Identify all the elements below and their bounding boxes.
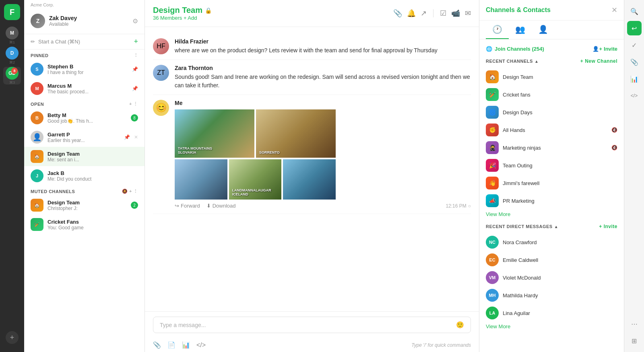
chat-preview: Me: Did you conduct (47, 176, 138, 182)
list-item[interactable]: 🏠 Design Team Me: sent an i... (24, 147, 144, 166)
image-thumbnail[interactable]: TATRA MOUNTAINSSLOVAKIA (175, 109, 254, 158)
email-icon[interactable]: ✉ (465, 9, 471, 18)
mute-icon[interactable]: 🔔 (407, 9, 416, 18)
add-members-link[interactable]: + Add (184, 15, 197, 21)
dm-item[interactable]: EC Emilie Caldwell (486, 251, 617, 269)
code-toolbar-icon[interactable]: </> (196, 342, 206, 349)
message-toolbar: 📎 📄 📊 </> Type '/' for quick commands (145, 338, 479, 352)
close-icon[interactable]: ✕ (134, 134, 138, 140)
list-item[interactable]: 🏏 Cricket Fans You: Good game (24, 215, 144, 234)
refresh-button[interactable]: ↩ (627, 21, 642, 35)
forward-button[interactable]: ↪ Forward (175, 203, 200, 209)
recent-channels-label: RECENT CHANNELS (486, 59, 533, 64)
edit-icon: ✏ (31, 39, 35, 45)
dm-avatar: MH (486, 289, 499, 302)
video-icon[interactable]: 📹 (451, 9, 460, 18)
list-item[interactable]: B Betty M Good job👏. This h... 8 (24, 108, 144, 128)
icon-bar: F M ⌘1 D ⌘2 GD 8 ⌘3 + (0, 0, 24, 352)
channel-item[interactable]: 🌀 Design Days (486, 103, 617, 121)
attach-toolbar-icon[interactable]: 📎 (153, 341, 161, 349)
list-item[interactable]: 👤 Garrett P Earlier this year... 📌 ✕ (24, 128, 144, 147)
message-sender: Zara Thornton (175, 65, 471, 71)
invite-label: Invite (604, 46, 617, 52)
dm-item[interactable]: NC Nora Crawford (486, 233, 617, 251)
chart-button[interactable]: 📊 (627, 72, 642, 86)
list-item[interactable]: S Stephen B I have a thing for 📌 (24, 60, 144, 79)
channel-item[interactable]: 🎉 Team Outing (486, 156, 617, 174)
dm-item[interactable]: LA Lina Aguilar (486, 304, 617, 322)
chat-name: Jack B (47, 170, 138, 176)
attach-icon[interactable]: 📎 (393, 9, 402, 18)
mute-icon: 🔇 (611, 145, 617, 150)
workspace-gd[interactable]: GD 8 ⌘3 (3, 67, 21, 84)
dm-item[interactable]: VM Violet McDonald (486, 269, 617, 286)
code-button[interactable]: </> (627, 89, 642, 103)
channel-avatar: 🏏 (486, 88, 499, 101)
search-button[interactable]: 🔍 (627, 4, 642, 19)
sidebar-header: Z Zak Davey Available ⚙ (24, 8, 144, 34)
view-more-dms-link[interactable]: View More (486, 322, 617, 331)
document-toolbar-icon[interactable]: 📄 (167, 341, 175, 349)
invite-button[interactable]: 👤+ Invite (592, 46, 617, 52)
right-panel-header: Channels & Contacts ✕ (479, 0, 624, 21)
attach-button[interactable]: 📎 (627, 55, 642, 69)
image-thumbnail[interactable] (283, 159, 336, 200)
channel-item[interactable]: 📣 PR Marketing (486, 192, 617, 210)
workspace-m[interactable]: M ⌘1 (3, 27, 21, 44)
new-channel-button[interactable]: + New Channel (580, 58, 617, 64)
tab-person[interactable]: 👤 (532, 21, 555, 39)
tab-clock[interactable]: 🕐 (486, 21, 509, 39)
forward-icon: ↪ (175, 203, 179, 209)
workspace-d[interactable]: D ⌘2 (3, 47, 21, 64)
shortcut-3: ⌘3 (9, 80, 15, 84)
channel-item[interactable]: 🏠 Design Team (486, 68, 617, 86)
share-icon[interactable]: ↗ (421, 9, 427, 18)
invite-dm-button[interactable]: + Invite (599, 224, 617, 229)
channel-item[interactable]: 🥷 Marketing ninjas 🔇 (486, 139, 617, 156)
list-item[interactable]: 🏠 Design Team Christopher J: 2 (24, 196, 144, 215)
list-item[interactable]: M Marcus M The basic proced... 📌 (24, 79, 144, 98)
image-thumbnail[interactable]: LANDMANNALAUGARICELAND (229, 159, 282, 200)
workspace-avatar-gd: GD 8 (6, 67, 19, 80)
messages-area: HF Hilda Frazier where are we on the pro… (145, 27, 479, 311)
dm-item[interactable]: MH Mathilda Hardy (486, 286, 617, 304)
chat-content: Design Team Me: sent an i... (47, 151, 138, 163)
message-input[interactable] (160, 322, 452, 328)
channel-name: Design Days (503, 109, 617, 115)
channel-item[interactable]: ✊ All Hands 🔇 (486, 121, 617, 139)
channel-avatar: 🎉 (486, 159, 499, 172)
image-thumbnail[interactable]: SORRENTO (256, 109, 336, 158)
task-icon[interactable]: ☑ (440, 9, 446, 18)
workspace-avatar-m: M (6, 27, 19, 39)
tasks-button[interactable]: ✓ (627, 38, 642, 52)
join-channels-button[interactable]: 🌐 Join Channels (254) (486, 46, 544, 52)
lock-icon: 🔒 (205, 7, 212, 14)
channel-avatar: 👋 (486, 177, 499, 189)
chat-preview: I have a thing for (47, 70, 128, 75)
pinned-actions[interactable]: ⋮ (134, 53, 138, 58)
channel-item[interactable]: 🏏 Cricket fans (486, 86, 617, 103)
image-thumbnail[interactable] (175, 159, 227, 200)
start-chat-button[interactable]: ✏ Start a Chat (⌘N) + (24, 34, 144, 49)
add-workspace-button[interactable]: + (6, 331, 19, 344)
sidebar: Acme Corp. Z Zak Davey Available ⚙ ✏ Sta… (24, 0, 145, 352)
more-button[interactable]: ⋯ (627, 317, 642, 331)
download-button[interactable]: ⬇ Download (206, 203, 236, 209)
open-actions[interactable]: + ⋮ (129, 101, 138, 107)
avatar: J (31, 169, 43, 182)
app-logo[interactable]: F (4, 4, 20, 20)
chat-name: Stephen B (47, 64, 128, 70)
grid-button[interactable]: ⊞ (627, 333, 642, 348)
toolbar-hint: Type '/' for quick commands (411, 342, 471, 348)
emoji-icon[interactable]: 🙂 (456, 321, 464, 329)
list-item[interactable]: J Jack B Me: Did you conduct (24, 166, 144, 185)
view-more-channels-link[interactable]: View More (486, 210, 617, 219)
channel-item[interactable]: 👋 Jimmi's farewell (486, 174, 617, 192)
tab-team[interactable]: 👥 (509, 21, 532, 39)
close-panel-button[interactable]: ✕ (611, 6, 617, 14)
muted-actions[interactable]: 🔕 + ⋮ (122, 189, 138, 194)
avatar: M (31, 82, 43, 95)
chart-toolbar-icon[interactable]: 📊 (182, 341, 190, 349)
settings-gear-icon[interactable]: ⚙ (132, 17, 138, 25)
user-avatar: Z (31, 14, 45, 28)
